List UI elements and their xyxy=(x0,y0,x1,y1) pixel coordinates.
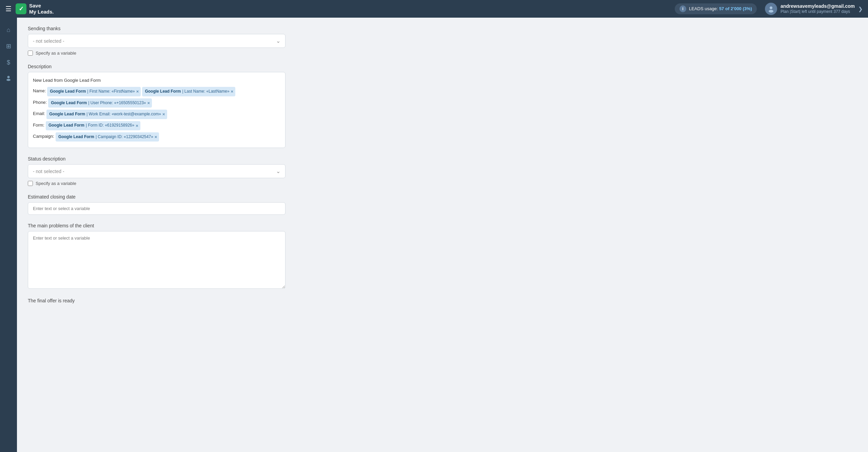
svg-point-0 xyxy=(770,6,772,9)
info-icon: i xyxy=(679,5,686,12)
final-offer-group: The final offer is ready xyxy=(28,298,285,303)
final-offer-label: The final offer is ready xyxy=(28,298,285,303)
logo-check-icon: ✓ xyxy=(19,5,24,13)
tag-campaign[interactable]: Google Lead Form | Campaign ID: «1229034… xyxy=(56,132,159,142)
estimated-closing-date-group: Estimated closing date xyxy=(28,194,285,215)
sending-thanks-label: Sending thanks xyxy=(28,26,285,31)
tag-campaign-remove[interactable]: × xyxy=(155,133,157,141)
main-problems-textarea[interactable] xyxy=(28,231,285,289)
top-bar: ☰ ✓ Save My Leads. i LEADS usage: 57 of … xyxy=(0,0,868,18)
grid-icon: ⊞ xyxy=(6,42,11,50)
sending-thanks-select[interactable]: - not selected - ⌄ xyxy=(28,34,285,48)
specify-variable-1-row: Specify as a variable xyxy=(28,51,285,56)
user-plan: Plan |Start| left until payment 377 days xyxy=(781,9,855,15)
tag-name-last-remove[interactable]: × xyxy=(231,88,234,95)
sidebar-item-home[interactable]: ⌂ xyxy=(2,23,15,37)
specify-variable-2-label: Specify as a variable xyxy=(36,181,76,186)
tag-email-remove[interactable]: × xyxy=(162,110,165,118)
sidebar-item-grid[interactable]: ⊞ xyxy=(2,39,15,53)
leads-usage-badge: i LEADS usage: 57 of 2'000 (3%) xyxy=(675,3,757,14)
status-description-select[interactable]: - not selected - ⌄ xyxy=(28,164,285,178)
specify-variable-1-label: Specify as a variable xyxy=(36,51,76,56)
logo-icon: ✓ xyxy=(16,3,26,14)
specify-variable-2-row: Specify as a variable xyxy=(28,181,285,186)
desc-line-form: Form: Google Lead Form | Form ID: «61929… xyxy=(33,121,280,130)
desc-line-campaign: Campaign: Google Lead Form | Campaign ID… xyxy=(33,132,280,142)
tag-email[interactable]: Google Lead Form | Work Email: «work-tes… xyxy=(46,110,167,119)
description-group: Description New Lead from Google Lead Fo… xyxy=(28,64,285,148)
form-section: Sending thanks - not selected - ⌄ Specif… xyxy=(28,26,285,303)
logo: ✓ Save My Leads. xyxy=(16,3,54,15)
svg-point-1 xyxy=(769,10,773,13)
tag-name-last[interactable]: Google Lead Form | Last Name: «LastName»… xyxy=(142,87,235,96)
chevron-right-icon: ❯ xyxy=(858,6,863,12)
svg-point-3 xyxy=(6,79,11,81)
menu-icon[interactable]: ☰ xyxy=(5,5,12,13)
desc-line-email: Email: Google Lead Form | Work Email: «w… xyxy=(33,110,280,119)
specify-variable-2-checkbox[interactable] xyxy=(28,181,33,186)
description-intro: New Lead from Google Lead Form xyxy=(33,76,280,84)
sending-thanks-placeholder: - not selected - xyxy=(33,38,64,44)
status-description-label: Status description xyxy=(28,156,285,162)
tag-name-first[interactable]: Google Lead Form | First Name: «FirstNam… xyxy=(47,87,141,96)
tag-phone[interactable]: Google Lead Form | User Phone: «+1650555… xyxy=(48,98,152,108)
estimated-closing-date-label: Estimated closing date xyxy=(28,194,285,200)
main-problems-group: The main problems of the client xyxy=(28,223,285,290)
sending-thanks-group: Sending thanks - not selected - ⌄ Specif… xyxy=(28,26,285,56)
main-problems-label: The main problems of the client xyxy=(28,223,285,228)
tag-name-first-remove[interactable]: × xyxy=(136,88,139,95)
status-chevron-down-icon: ⌄ xyxy=(276,168,280,174)
dollar-icon: $ xyxy=(7,59,10,66)
user-avatar xyxy=(765,3,777,15)
leads-count: 57 of 2'000 (3%) xyxy=(719,6,752,11)
account-icon xyxy=(5,75,12,83)
logo-text: Save My Leads. xyxy=(29,3,54,15)
user-info[interactable]: andrewsavemyleads@gmail.com Plan |Start|… xyxy=(765,3,863,15)
status-description-placeholder: - not selected - xyxy=(33,169,64,174)
sidebar-item-billing[interactable]: $ xyxy=(2,56,15,69)
main-content: Sending thanks - not selected - ⌄ Specif… xyxy=(17,18,868,452)
leads-usage-label: LEADS usage: xyxy=(689,6,718,11)
specify-variable-1-checkbox[interactable] xyxy=(28,51,33,56)
chevron-down-icon: ⌄ xyxy=(276,38,280,44)
description-box[interactable]: New Lead from Google Lead Form Name: Goo… xyxy=(28,72,285,148)
desc-line-name: Name: Google Lead Form | First Name: «Fi… xyxy=(33,87,280,96)
tag-form-remove[interactable]: × xyxy=(136,122,138,130)
description-label: Description xyxy=(28,64,285,69)
user-email: andrewsavemyleads@gmail.com xyxy=(781,3,855,9)
svg-point-2 xyxy=(7,76,10,78)
estimated-closing-date-input[interactable] xyxy=(28,202,285,215)
tag-phone-remove[interactable]: × xyxy=(147,99,150,107)
tag-form[interactable]: Google Lead Form | Form ID: «61929158926… xyxy=(46,121,140,130)
desc-line-phone: Phone: Google Lead Form | User Phone: «+… xyxy=(33,98,280,108)
sidebar: ⌂ ⊞ $ xyxy=(0,18,17,452)
home-icon: ⌂ xyxy=(7,26,11,34)
sidebar-item-account[interactable] xyxy=(2,72,15,86)
status-description-group: Status description - not selected - ⌄ Sp… xyxy=(28,156,285,186)
